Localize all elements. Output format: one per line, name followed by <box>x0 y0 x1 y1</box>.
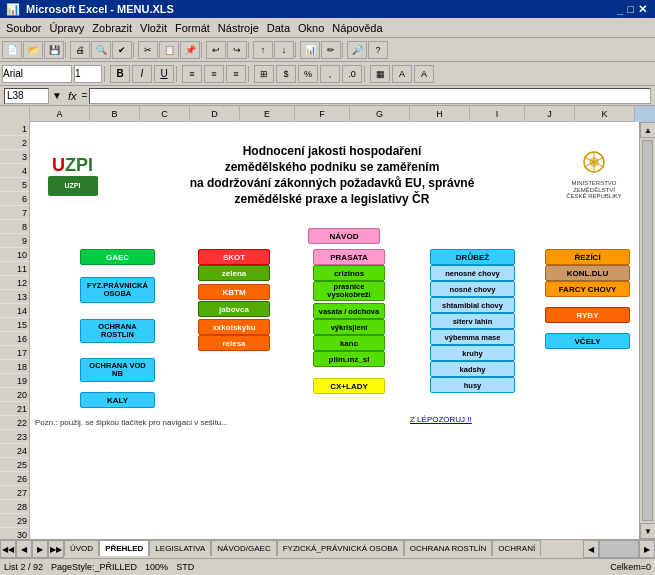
cells-area[interactable]: U ZPI UZPI Hodnocení jakosti hospodaření… <box>30 122 639 539</box>
nosne-button[interactable]: nosné chovy <box>430 281 515 297</box>
xxkolskyku-button[interactable]: xxkolskyku <box>198 319 270 335</box>
cut-btn[interactable]: ✂ <box>138 41 158 59</box>
menu-nastroje[interactable]: Nástroje <box>214 22 263 34</box>
tab-nav-left1[interactable]: ◀◀ <box>0 540 16 558</box>
vasata-button[interactable]: vasata / odchova <box>313 303 385 319</box>
row-11[interactable]: 11 <box>0 262 29 276</box>
row-3[interactable]: 3 <box>0 150 29 164</box>
row-14[interactable]: 14 <box>0 304 29 318</box>
tab-nav-left2[interactable]: ◀ <box>16 540 32 558</box>
col-header-k[interactable]: K <box>575 106 635 122</box>
col-header-h[interactable]: H <box>410 106 470 122</box>
close-btn[interactable]: ✕ <box>638 3 647 16</box>
sheet-tab-fyzpravosoba[interactable]: FYZICKÁ_PRÁVNICKÁ OSOBA <box>277 540 404 556</box>
kruhy-button[interactable]: kruhy <box>430 345 515 361</box>
menu-napoveda[interactable]: Nápověda <box>328 22 386 34</box>
nenosne-button[interactable]: nenosné chovy <box>430 265 515 281</box>
row-27[interactable]: 27 <box>0 486 29 500</box>
sheet-tab-ochrany[interactable]: OCHRANÍ <box>492 540 541 556</box>
menu-upravy[interactable]: Úpravy <box>45 22 88 34</box>
col-header-g[interactable]: G <box>350 106 410 122</box>
plim-button[interactable]: plim.mz_sl <box>313 351 385 367</box>
inc-dec-btn[interactable]: .0 <box>342 65 362 83</box>
bold-btn[interactable]: B <box>110 65 130 83</box>
row-20[interactable]: 20 <box>0 388 29 402</box>
scroll-thumb[interactable] <box>642 140 653 521</box>
row-9[interactable]: 9 <box>0 234 29 248</box>
preview-btn[interactable]: 🔍 <box>91 41 111 59</box>
formula-input[interactable] <box>89 88 651 104</box>
tab-nav-right1[interactable]: ▶ <box>32 540 48 558</box>
font-selector[interactable] <box>2 65 72 83</box>
prasnice-button[interactable]: prasnicevysokobreží <box>313 281 385 301</box>
navod-button[interactable]: NÁVOD <box>308 228 380 244</box>
row-8[interactable]: 8 <box>0 220 29 234</box>
row-2[interactable]: 2 <box>0 136 29 150</box>
col-header-c[interactable]: C <box>140 106 190 122</box>
col-header-l[interactable]: L <box>635 106 655 122</box>
row-13[interactable]: 13 <box>0 290 29 304</box>
row-22[interactable]: 22 <box>0 416 29 430</box>
row-18[interactable]: 18 <box>0 360 29 374</box>
italic-btn[interactable]: I <box>132 65 152 83</box>
kadshy-button[interactable]: kadshy <box>430 361 515 377</box>
col-header-f[interactable]: F <box>295 106 350 122</box>
menu-vlozit[interactable]: Vložit <box>136 22 171 34</box>
row-29[interactable]: 29 <box>0 514 29 528</box>
new-btn[interactable]: 📄 <box>2 41 22 59</box>
align-left-btn[interactable]: ≡ <box>182 65 202 83</box>
paste-btn[interactable]: 📌 <box>180 41 200 59</box>
husy-button[interactable]: husy <box>430 377 515 393</box>
row-28[interactable]: 28 <box>0 500 29 514</box>
row-12[interactable]: 12 <box>0 276 29 290</box>
sort-asc-btn[interactable]: ↑ <box>253 41 273 59</box>
row-1[interactable]: 1 <box>0 122 29 136</box>
scroll-up-btn[interactable]: ▲ <box>640 122 655 138</box>
gaec-button[interactable]: GAEC <box>80 249 155 265</box>
sheet-tab-ochrana-rostlin[interactable]: OCHRANA ROSTLÍN <box>404 540 492 556</box>
row-4[interactable]: 4 <box>0 164 29 178</box>
merge-btn[interactable]: ⊞ <box>254 65 274 83</box>
row-25[interactable]: 25 <box>0 458 29 472</box>
zoom-btn[interactable]: 🔎 <box>347 41 367 59</box>
hyperlink-area[interactable]: Z LÉPOZORUJ !! <box>410 415 472 424</box>
skot-button[interactable]: SKOT <box>198 249 270 265</box>
percent-btn[interactable]: % <box>298 65 318 83</box>
farcy-button[interactable]: FARCY CHOVY <box>545 281 630 297</box>
undo-btn[interactable]: ↩ <box>206 41 226 59</box>
help-btn[interactable]: ? <box>368 41 388 59</box>
h-scroll-thumb[interactable] <box>599 540 639 558</box>
sheet-tab-prehled[interactable]: PŘEHLED <box>99 540 149 556</box>
sheet-tab-navod-gaec[interactable]: NÁVOD/GAEC <box>211 540 276 556</box>
zelena-button[interactable]: zelena <box>198 265 270 281</box>
row-21[interactable]: 21 <box>0 402 29 416</box>
underline-btn[interactable]: U <box>154 65 174 83</box>
save-btn[interactable]: 💾 <box>44 41 64 59</box>
align-right-btn[interactable]: ≡ <box>226 65 246 83</box>
row-19[interactable]: 19 <box>0 374 29 388</box>
vcely-button[interactable]: VČELY <box>545 333 630 349</box>
print-btn[interactable]: 🖨 <box>70 41 90 59</box>
redo-btn[interactable]: ↪ <box>227 41 247 59</box>
jabovca-button[interactable]: jabovca <box>198 301 270 317</box>
row-16[interactable]: 16 <box>0 332 29 346</box>
chart-btn[interactable]: 📊 <box>300 41 320 59</box>
name-box[interactable] <box>4 88 49 104</box>
rezici-button[interactable]: ŘEZÍCÍ <box>545 249 630 265</box>
prasata-button[interactable]: PRASATA <box>313 249 385 265</box>
kaly-button[interactable]: KALY <box>80 392 155 408</box>
row-24[interactable]: 24 <box>0 444 29 458</box>
row-10[interactable]: 10 <box>0 248 29 262</box>
konldlu-button[interactable]: KONL.DLU <box>545 265 630 281</box>
h-scroll-left[interactable]: ◀ <box>583 540 599 558</box>
menu-data[interactable]: Data <box>263 22 294 34</box>
vybemma-button[interactable]: výbemma mase <box>430 329 515 345</box>
row-15[interactable]: 15 <box>0 318 29 332</box>
ryby-button[interactable]: RYBY <box>545 307 630 323</box>
col-header-i[interactable]: I <box>470 106 525 122</box>
row-7[interactable]: 7 <box>0 206 29 220</box>
cxlady-button[interactable]: CX+LADY <box>313 378 385 394</box>
h-scroll-right[interactable]: ▶ <box>639 540 655 558</box>
relesa-button[interactable]: relesa <box>198 335 270 351</box>
comma-btn[interactable]: , <box>320 65 340 83</box>
